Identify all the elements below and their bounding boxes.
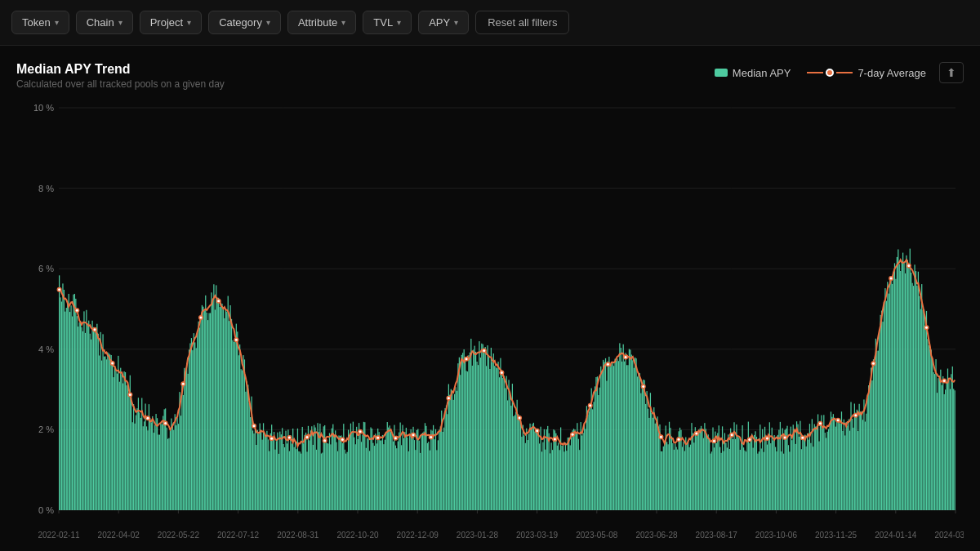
apy-label: APY: [429, 16, 450, 29]
project-filter[interactable]: Project ▾: [140, 11, 202, 34]
token-label: Token: [22, 16, 51, 29]
attribute-label: Attribute: [298, 16, 337, 29]
legend-bar-item: Median APY: [715, 67, 791, 79]
legend-line-item: 7-day Average: [807, 67, 926, 79]
legend-line-symbol: [807, 69, 853, 77]
chart-title: Median APY Trend: [16, 62, 225, 77]
apy-filter[interactable]: APY ▾: [418, 11, 469, 34]
chart-area: [16, 100, 964, 543]
legend-line-label: 7-day Average: [858, 67, 926, 79]
tvl-filter[interactable]: TVL ▾: [363, 11, 412, 34]
chart-container: Median APY Trend Calculated over all tra…: [0, 46, 980, 551]
legend-bar-swatch: [715, 69, 728, 77]
chart-export-button[interactable]: ⬆: [939, 62, 964, 83]
chain-chevron: ▾: [118, 18, 122, 27]
attribute-chevron: ▾: [341, 18, 345, 27]
chart-subtitle: Calculated over all tracked pools on a g…: [16, 78, 225, 90]
token-chevron: ▾: [55, 18, 59, 27]
category-filter[interactable]: Category ▾: [208, 11, 281, 34]
chart-legend: Median APY 7-day Average: [715, 67, 926, 79]
attribute-filter[interactable]: Attribute ▾: [287, 11, 356, 34]
tvl-chevron: ▾: [397, 18, 401, 27]
token-filter[interactable]: Token ▾: [11, 11, 69, 34]
reset-filters-button[interactable]: Reset all filters: [475, 11, 569, 34]
toolbar: Token ▾ Chain ▾ Project ▾ Category ▾ Att…: [0, 0, 980, 46]
chart-header: Median APY Trend Calculated over all tra…: [16, 62, 964, 90]
legend-line-dot: [826, 69, 834, 77]
chain-label: Chain: [87, 16, 114, 29]
tvl-label: TVL: [373, 16, 393, 29]
legend-line-seg2: [836, 72, 853, 73]
category-chevron: ▾: [266, 18, 270, 27]
legend-bar-label: Median APY: [733, 67, 791, 79]
legend-line-seg1: [807, 72, 823, 73]
chain-filter[interactable]: Chain ▾: [76, 11, 133, 34]
apy-chevron: ▾: [454, 18, 458, 27]
category-label: Category: [219, 16, 262, 29]
project-chevron: ▾: [187, 18, 191, 27]
chart-canvas: [16, 100, 964, 543]
project-label: Project: [150, 16, 183, 29]
chart-title-block: Median APY Trend Calculated over all tra…: [16, 62, 225, 90]
